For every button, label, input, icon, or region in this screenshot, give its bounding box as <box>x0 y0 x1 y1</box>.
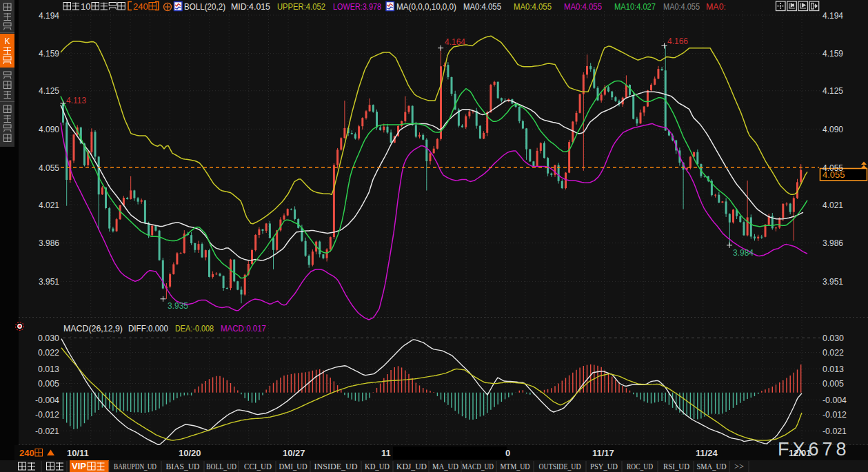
svg-text:DIFF:0.000: DIFF:0.000 <box>128 323 168 334</box>
svg-text:10/27: 10/27 <box>283 448 305 458</box>
svg-text:0.022: 0.022 <box>38 347 59 358</box>
svg-text:-0.012: -0.012 <box>822 409 847 420</box>
svg-text:VIP: VIP <box>72 461 86 471</box>
svg-text:0.005: 0.005 <box>822 378 844 389</box>
svg-text:>>: >> <box>734 462 744 471</box>
svg-text:-0.004: -0.004 <box>822 395 847 405</box>
svg-text:FX678: FX678 <box>778 439 850 460</box>
svg-text:MA0:4.055: MA0:4.055 <box>514 1 552 12</box>
svg-text:4.194: 4.194 <box>822 10 843 21</box>
svg-text:10: 10 <box>81 1 90 12</box>
svg-text:11: 11 <box>381 448 391 458</box>
svg-text:KDJ_UD: KDJ_UD <box>396 462 427 471</box>
svg-text:4.166: 4.166 <box>667 37 688 46</box>
svg-text:0.005: 0.005 <box>38 378 59 389</box>
svg-text:MACD(26,12,9): MACD(26,12,9) <box>63 323 123 334</box>
svg-text:11/17: 11/17 <box>592 448 614 458</box>
svg-text:MA10:4.027: MA10:4.027 <box>614 1 656 12</box>
svg-text:4.159: 4.159 <box>822 48 843 59</box>
svg-text:KD_UD: KD_UD <box>365 462 390 471</box>
svg-text:OUTSIDE_UD: OUTSIDE_UD <box>539 462 581 471</box>
svg-text:11/24: 11/24 <box>696 448 718 458</box>
svg-text:0.030: 0.030 <box>38 333 59 343</box>
svg-text:MA_UD: MA_UD <box>432 462 458 471</box>
svg-text:3.951: 3.951 <box>822 276 843 287</box>
svg-text:BOLL_UD: BOLL_UD <box>206 462 236 471</box>
svg-text:-0.021: -0.021 <box>822 426 847 436</box>
svg-text:BIAS_UD: BIAS_UD <box>166 462 200 471</box>
svg-text:RSI_UD: RSI_UD <box>663 462 689 471</box>
svg-text:CCI_UD: CCI_UD <box>244 462 272 471</box>
svg-text:DMI_UD: DMI_UD <box>279 462 307 471</box>
svg-text:240: 240 <box>133 1 148 12</box>
svg-text:4.021: 4.021 <box>39 200 59 210</box>
svg-text:PSY_UD: PSY_UD <box>590 462 618 471</box>
svg-text:4.125: 4.125 <box>822 85 843 96</box>
svg-text:4.125: 4.125 <box>39 85 59 96</box>
svg-text:4.090: 4.090 <box>39 124 59 134</box>
svg-text:0.022: 0.022 <box>822 347 844 358</box>
svg-text:MACD:0.017: MACD:0.017 <box>221 323 266 334</box>
svg-text:INSIDE_UD: INSIDE_UD <box>314 462 358 471</box>
svg-text:0.013: 0.013 <box>822 364 844 374</box>
svg-text:0: 0 <box>505 448 510 458</box>
svg-text:DEA:-0.008: DEA:-0.008 <box>175 323 214 334</box>
svg-text:3.951: 3.951 <box>39 276 59 287</box>
svg-text:4.055: 4.055 <box>822 163 843 173</box>
svg-text:4.194: 4.194 <box>39 10 59 21</box>
svg-text:MID:4.015: MID:4.015 <box>231 1 270 12</box>
svg-text:4.055: 4.055 <box>39 163 59 173</box>
svg-text:4.113: 4.113 <box>66 96 86 105</box>
svg-text:4.021: 4.021 <box>822 200 843 210</box>
svg-text:10/20: 10/20 <box>179 448 201 458</box>
svg-text:3.986: 3.986 <box>39 238 59 248</box>
svg-text:MA0:4.055: MA0:4.055 <box>564 1 602 12</box>
svg-text:3.984: 3.984 <box>733 248 754 258</box>
svg-text:MACD_UD: MACD_UD <box>462 462 494 471</box>
svg-text:SMA_UD: SMA_UD <box>697 462 727 471</box>
svg-text:ROC_UD: ROC_UD <box>627 462 653 471</box>
svg-text:-0.004: -0.004 <box>35 395 59 405</box>
svg-text:4.164: 4.164 <box>445 37 465 47</box>
svg-text:MA0:4.055: MA0:4.055 <box>463 1 501 12</box>
svg-text:MA0:: MA0: <box>706 1 726 12</box>
svg-text:UPPER:4.052: UPPER:4.052 <box>277 1 325 12</box>
svg-text:0.030: 0.030 <box>822 333 844 343</box>
svg-text:MTM_UD: MTM_UD <box>501 462 530 471</box>
svg-text:3.935: 3.935 <box>168 301 188 311</box>
svg-text:MA(0,0,0,10,0,0): MA(0,0,0,10,0,0) <box>396 1 456 12</box>
svg-text:BOLL(20,2): BOLL(20,2) <box>184 1 225 12</box>
svg-text:3.986: 3.986 <box>822 238 843 248</box>
svg-text:0.013: 0.013 <box>38 364 59 374</box>
svg-text:LOWER:3.978: LOWER:3.978 <box>333 1 381 12</box>
svg-text:MA0:4.055: MA0:4.055 <box>663 1 700 12</box>
svg-text:4.090: 4.090 <box>822 124 843 134</box>
svg-text:K: K <box>4 37 10 46</box>
svg-text:BARUPDN_UD: BARUPDN_UD <box>114 462 157 471</box>
svg-text:240: 240 <box>19 448 34 458</box>
svg-text:-0.012: -0.012 <box>35 409 59 420</box>
svg-text:4.159: 4.159 <box>39 48 59 59</box>
svg-text:-0.021: -0.021 <box>35 426 59 436</box>
svg-text:10/11: 10/11 <box>67 448 89 458</box>
